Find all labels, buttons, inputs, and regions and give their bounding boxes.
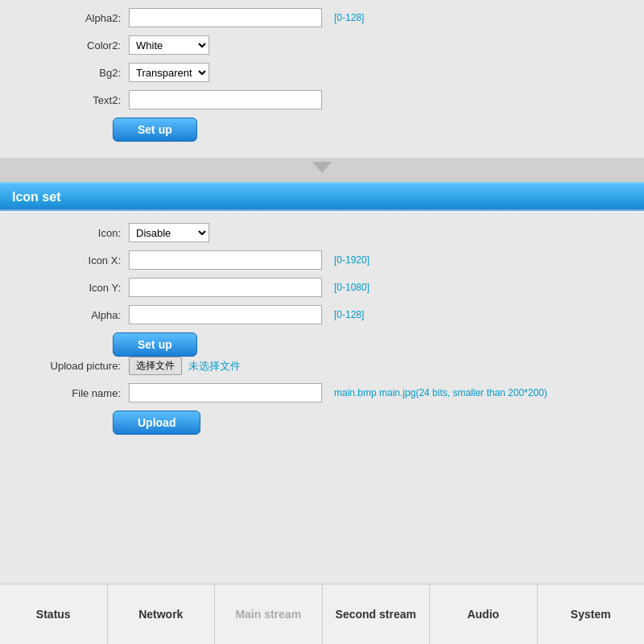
- icon-set-header: Icon set: [0, 182, 644, 211]
- icon-x-hint: [0-1920]: [334, 254, 369, 266]
- nav-main-stream[interactable]: Main stream: [215, 584, 323, 644]
- color2-row: Color2: White Black Red Green Blue: [0, 35, 644, 55]
- file-name-row: File name: main.jpg main.bmp main.jpg(24…: [0, 383, 644, 402]
- icon-alpha-hint: [0-128]: [334, 309, 364, 320]
- alpha2-hint: [0-128]: [334, 12, 364, 23]
- bg2-row: Bg2: Transparent Opaque: [0, 63, 644, 82]
- icon-y-input[interactable]: 100: [129, 278, 322, 297]
- alpha2-input[interactable]: 128: [129, 8, 322, 27]
- arrow-container: [0, 158, 644, 177]
- nav-system[interactable]: System: [538, 584, 645, 644]
- file-hint: main.bmp main.jpg(24 bits, smaller than …: [334, 387, 547, 398]
- upload-picture-label: Upload picture:: [16, 360, 129, 372]
- icon-setup-button[interactable]: Set up: [113, 332, 197, 357]
- icon-y-label: Icon Y:: [16, 282, 129, 294]
- bottom-nav: Status Network Main stream Second stream…: [0, 584, 644, 644]
- nav-audio[interactable]: Audio: [430, 584, 538, 644]
- nav-second-stream[interactable]: Second stream: [323, 584, 431, 644]
- text2-row: Text2:: [0, 90, 644, 109]
- upload-button[interactable]: Upload: [113, 411, 200, 435]
- bg2-label: Bg2:: [16, 67, 129, 79]
- icon-label: Icon:: [16, 227, 129, 239]
- icon-alpha-row: Alpha: 128 [0-128]: [0, 305, 644, 324]
- icon-section-body: Icon: Disable Enable Icon X: 10 [0-1920]…: [0, 211, 644, 443]
- file-name-input[interactable]: main.jpg: [129, 383, 322, 402]
- icon-row: Icon: Disable Enable: [0, 223, 644, 242]
- icon-y-row: Icon Y: 100 [0-1080]: [0, 278, 644, 297]
- no-file-text: 未选择文件: [188, 359, 241, 374]
- top-form-section: Alpha2: 128 [0-128] Color2: White Black …: [0, 0, 644, 158]
- nav-network[interactable]: Network: [108, 584, 216, 644]
- icon-y-hint: [0-1080]: [334, 282, 369, 293]
- bg2-select[interactable]: Transparent Opaque: [129, 63, 209, 82]
- file-name-label: File name:: [16, 387, 129, 399]
- icon-x-input[interactable]: 10: [129, 250, 322, 270]
- alpha2-label: Alpha2:: [16, 12, 129, 24]
- icon-select[interactable]: Disable Enable: [129, 223, 209, 242]
- icon-x-row: Icon X: 10 [0-1920]: [0, 250, 644, 270]
- arrow-down-icon: [312, 162, 332, 173]
- text2-label: Text2:: [16, 94, 129, 106]
- nav-status[interactable]: Status: [0, 584, 108, 644]
- icon-alpha-input[interactable]: 128: [129, 305, 322, 324]
- color2-select[interactable]: White Black Red Green Blue: [129, 35, 209, 55]
- upload-picture-row: Upload picture: 选择文件 未选择文件: [0, 357, 644, 375]
- choose-file-button[interactable]: 选择文件: [129, 357, 182, 375]
- icon-x-label: Icon X:: [16, 254, 129, 266]
- text2-input[interactable]: [129, 90, 322, 109]
- alpha2-row: Alpha2: 128 [0-128]: [0, 8, 644, 27]
- icon-set-title: Icon set: [12, 190, 60, 204]
- color2-label: Color2:: [16, 39, 129, 52]
- section-divider: [0, 158, 644, 182]
- top-setup-button[interactable]: Set up: [113, 118, 197, 142]
- icon-set-section: Icon set Icon: Disable Enable Icon X: 10…: [0, 182, 644, 584]
- icon-alpha-label: Alpha:: [16, 309, 129, 321]
